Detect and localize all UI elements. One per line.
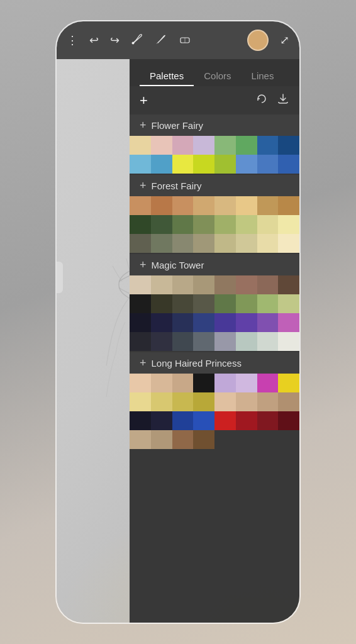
color-swatch[interactable] [236,234,257,253]
color-swatch[interactable] [278,136,299,155]
color-swatch[interactable] [130,234,151,253]
color-swatch[interactable] [130,136,151,155]
color-swatch[interactable] [172,313,194,332]
palette-add-forest-fairy[interactable]: + [140,180,147,191]
color-swatch[interactable] [130,294,151,313]
color-swatch[interactable] [172,332,194,351]
color-swatch[interactable] [278,275,299,294]
color-swatch[interactable] [193,392,214,411]
color-swatch[interactable] [278,155,299,174]
color-swatch[interactable] [193,275,214,294]
color-swatch[interactable] [193,332,214,351]
color-swatch[interactable] [172,430,194,449]
color-swatch[interactable] [236,215,257,234]
color-swatch[interactable] [151,313,172,332]
color-swatch[interactable] [130,374,151,392]
color-swatch[interactable] [236,136,257,155]
color-swatch[interactable] [193,215,214,234]
color-swatch[interactable] [193,411,214,430]
color-swatch[interactable] [130,215,151,234]
color-swatch[interactable] [130,392,151,411]
color-swatch[interactable] [151,294,172,313]
color-swatch[interactable] [214,374,236,392]
side-button[interactable] [55,262,63,293]
color-swatch[interactable] [214,136,236,155]
palettes-scroll-area[interactable]: + Flower Fairy [130,114,299,623]
color-swatch[interactable] [278,392,299,411]
color-swatch[interactable] [236,313,257,332]
color-swatch[interactable] [236,332,257,351]
color-swatch[interactable] [130,411,151,430]
color-swatch[interactable] [236,411,257,430]
sync-icon[interactable] [255,92,268,108]
color-swatch[interactable] [214,215,236,234]
color-swatch[interactable] [257,234,279,253]
download-icon[interactable] [277,92,289,108]
color-swatch[interactable] [172,392,194,411]
active-color-swatch[interactable] [247,30,269,51]
color-swatch[interactable] [214,411,236,430]
expand-panel-icon[interactable]: ⤢ [280,33,289,47]
color-swatch[interactable] [278,234,299,253]
color-swatch[interactable] [278,332,299,351]
color-swatch[interactable] [257,196,279,215]
tab-palettes[interactable]: Palettes [140,67,194,86]
color-swatch[interactable] [130,332,151,351]
color-swatch[interactable] [172,411,194,430]
brush-tool-icon[interactable] [131,33,143,48]
color-swatch[interactable] [172,275,194,294]
undo-icon[interactable]: ↩ [89,33,99,47]
tab-colors[interactable]: Colors [194,67,241,86]
color-swatch[interactable] [236,392,257,411]
color-swatch[interactable] [151,332,172,351]
color-swatch[interactable] [172,374,194,392]
pen-tool-icon[interactable] [155,33,167,48]
color-swatch[interactable] [214,332,236,351]
color-swatch[interactable] [151,430,172,449]
redo-icon[interactable]: ↪ [110,33,120,47]
color-swatch[interactable] [236,196,257,215]
color-swatch[interactable] [214,155,236,174]
color-swatch[interactable] [193,430,214,449]
color-swatch[interactable] [193,234,214,253]
palette-add-long-haired-princess[interactable]: + [140,357,147,369]
color-swatch[interactable] [236,275,257,294]
color-swatch[interactable] [151,136,172,155]
color-swatch[interactable] [236,374,257,392]
color-swatch[interactable] [193,155,214,174]
color-swatch[interactable] [278,294,299,313]
color-swatch[interactable] [151,155,172,174]
color-swatch[interactable] [130,275,151,294]
tab-lines[interactable]: Lines [242,67,284,86]
color-swatch[interactable] [278,196,299,215]
color-swatch[interactable] [172,294,194,313]
palette-add-flower-fairy[interactable]: + [140,119,147,131]
color-swatch[interactable] [193,313,214,332]
color-swatch[interactable] [257,411,279,430]
color-swatch[interactable] [236,294,257,313]
color-swatch[interactable] [193,136,214,155]
color-swatch[interactable] [214,313,236,332]
color-swatch[interactable] [172,234,194,253]
menu-icon[interactable]: ⋮ [67,33,78,47]
color-swatch[interactable] [257,294,279,313]
color-swatch[interactable] [151,234,172,253]
color-swatch[interactable] [172,136,194,155]
color-swatch[interactable] [257,155,279,174]
color-swatch[interactable] [151,196,172,215]
color-swatch[interactable] [278,215,299,234]
color-swatch[interactable] [257,275,279,294]
color-swatch[interactable] [151,374,172,392]
color-swatch[interactable] [278,313,299,332]
color-swatch[interactable] [151,392,172,411]
color-swatch[interactable] [151,215,172,234]
color-swatch[interactable] [278,411,299,430]
color-swatch[interactable] [278,374,299,392]
add-palette-button[interactable]: + [140,94,148,108]
color-swatch[interactable] [172,215,194,234]
color-swatch[interactable] [214,234,236,253]
color-swatch[interactable] [257,136,279,155]
color-swatch[interactable] [172,155,194,174]
color-swatch[interactable] [257,332,279,351]
color-swatch[interactable] [130,430,151,449]
